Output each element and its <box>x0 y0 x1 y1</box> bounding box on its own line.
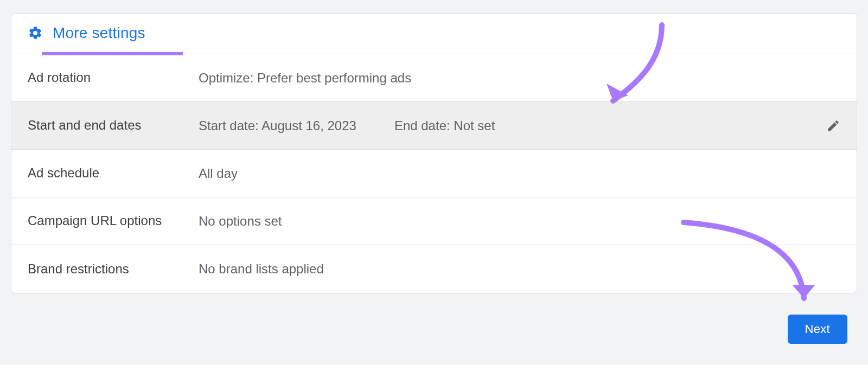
end-date-value: End date: Not set <box>394 118 495 133</box>
annotation-underline <box>42 52 183 55</box>
brand-restrictions-row[interactable]: Brand restrictions No brand lists applie… <box>11 245 857 293</box>
next-button[interactable]: Next <box>788 315 847 344</box>
campaign-url-row[interactable]: Campaign URL options No options set <box>11 197 857 245</box>
ad-rotation-value: Optimize: Prefer best performing ads <box>199 71 840 86</box>
start-end-dates-label: Start and end dates <box>28 117 199 134</box>
campaign-url-value: No options set <box>199 214 840 229</box>
start-end-dates-row[interactable]: Start and end dates Start date: August 1… <box>11 102 857 150</box>
brand-restrictions-label: Brand restrictions <box>28 260 199 278</box>
more-settings-title: More settings <box>53 24 145 42</box>
ad-schedule-label: Ad schedule <box>28 164 199 182</box>
ad-schedule-row[interactable]: Ad schedule All day <box>11 150 857 197</box>
start-date-value: Start date: August 16, 2023 <box>199 118 356 133</box>
ad-schedule-value: All day <box>199 166 840 181</box>
gear-icon <box>28 25 43 41</box>
brand-restrictions-value: No brand lists applied <box>199 261 840 277</box>
pencil-icon[interactable] <box>826 119 840 133</box>
more-settings-card: More settings Ad rotation Optimize: Pref… <box>11 13 857 293</box>
ad-rotation-label: Ad rotation <box>28 69 199 86</box>
campaign-url-label: Campaign URL options <box>28 212 199 229</box>
start-end-dates-value: Start date: August 16, 2023 End date: No… <box>199 118 814 133</box>
more-settings-header[interactable]: More settings <box>11 14 857 54</box>
ad-rotation-row[interactable]: Ad rotation Optimize: Prefer best perfor… <box>11 54 857 102</box>
